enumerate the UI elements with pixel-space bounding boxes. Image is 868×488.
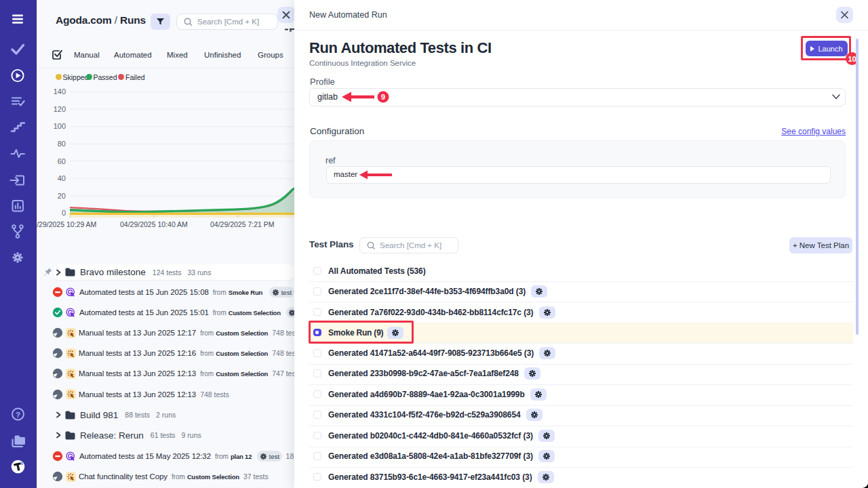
- svg-text:?: ?: [16, 411, 20, 419]
- svg-text:9: 9: [381, 93, 385, 101]
